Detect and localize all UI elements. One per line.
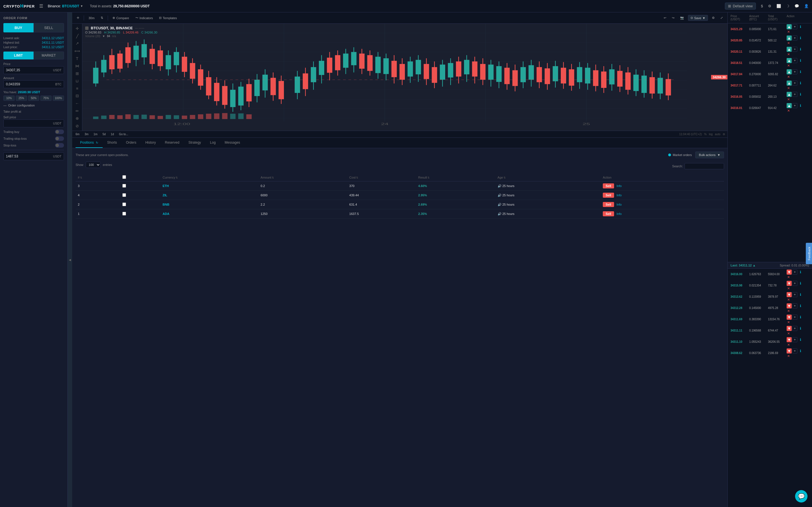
- bid-down-btn[interactable]: ▼: [786, 315, 792, 320]
- search-input[interactable]: [684, 163, 724, 169]
- bid-remove-btn[interactable]: ✕: [786, 332, 791, 335]
- ask-price[interactable]: 34317.71: [730, 84, 749, 87]
- ask-add-btn[interactable]: +: [792, 47, 797, 52]
- magnet-tool[interactable]: ⊔: [74, 78, 81, 84]
- tab-strategy[interactable]: Strategy: [184, 138, 206, 148]
- sell-position-btn[interactable]: Sell: [603, 183, 614, 188]
- zoom-out-tool[interactable]: ⊟: [74, 93, 81, 99]
- zoom-in-tool[interactable]: ⊞: [74, 70, 81, 76]
- row-checkbox[interactable]: [120, 200, 160, 209]
- compare-btn[interactable]: ⊕ Compare: [111, 15, 131, 20]
- brush-tool[interactable]: ✏: [74, 108, 81, 114]
- ask-info-btn[interactable]: ℹ: [798, 24, 803, 29]
- timeframe-1d[interactable]: 1d: [110, 132, 115, 136]
- bid-remove-btn[interactable]: ✕: [786, 354, 791, 358]
- bid-add-btn[interactable]: +: [792, 326, 797, 331]
- ask-remove-btn[interactable]: ✕: [786, 75, 791, 79]
- pct-50-btn[interactable]: 50%: [28, 96, 40, 101]
- timeframe-3m[interactable]: 3m: [84, 132, 90, 136]
- trailing-buy-toggle[interactable]: [55, 129, 64, 134]
- layers-tool[interactable]: ⊘: [74, 123, 81, 129]
- ask-add-btn[interactable]: +: [792, 80, 797, 86]
- pct-10-btn[interactable]: 10%: [3, 96, 15, 101]
- ask-remove-btn[interactable]: ✕: [786, 86, 791, 90]
- bid-price[interactable]: 34315.98: [730, 284, 749, 287]
- tab-shorts[interactable]: Shorts: [103, 138, 121, 148]
- bid-add-btn[interactable]: +: [792, 270, 797, 275]
- amount-input[interactable]: [4, 80, 53, 88]
- dollar-icon[interactable]: $: [761, 4, 763, 8]
- timeframe-5d[interactable]: 5d: [101, 132, 107, 136]
- info-position-btn[interactable]: Info: [615, 202, 623, 207]
- ask-remove-btn[interactable]: ✕: [786, 30, 791, 34]
- ask-price[interactable]: 34320.85: [730, 39, 749, 42]
- bid-price[interactable]: 34316.00: [730, 273, 749, 276]
- chart-settings-btn[interactable]: ⚙: [723, 133, 725, 136]
- pair-dropdown-icon[interactable]: ▼: [80, 4, 83, 8]
- ask-up-btn[interactable]: ▲: [786, 92, 792, 97]
- bulk-actions-btn[interactable]: Bulk actions ▼: [695, 152, 724, 158]
- bid-info-btn[interactable]: ℹ: [798, 315, 803, 320]
- add-tool[interactable]: ⊕: [74, 115, 81, 122]
- bid-remove-btn[interactable]: ✕: [786, 286, 791, 290]
- ask-up-btn[interactable]: ▲: [786, 47, 792, 52]
- indicators-btn[interactable]: 〜 Indicators: [134, 15, 155, 20]
- menu-icon[interactable]: ☰: [39, 3, 43, 9]
- ask-up-btn[interactable]: ▲: [786, 24, 792, 29]
- sell-price-input[interactable]: [4, 120, 51, 127]
- display-icon[interactable]: ⬜: [776, 4, 781, 8]
- bid-down-btn[interactable]: ▼: [786, 337, 792, 342]
- bid-info-btn[interactable]: ℹ: [798, 281, 803, 286]
- ask-info-btn[interactable]: ℹ: [798, 103, 803, 108]
- tick-btn[interactable]: ⇅: [99, 15, 105, 20]
- tab-orders[interactable]: Orders: [121, 138, 141, 148]
- ask-remove-btn[interactable]: ✕: [786, 41, 791, 45]
- bid-add-btn[interactable]: +: [792, 292, 797, 297]
- ask-price[interactable]: 34321.29: [730, 27, 749, 31]
- feedback-btn[interactable]: Feedback: [806, 243, 812, 264]
- goto-btn[interactable]: Go to...: [118, 132, 130, 136]
- last-price-value[interactable]: 34311.12 USDT: [42, 45, 64, 49]
- templates-btn[interactable]: ⊟ Templates: [157, 15, 179, 20]
- ask-add-btn[interactable]: +: [792, 24, 797, 29]
- log-btn[interactable]: log: [709, 133, 712, 136]
- bid-price[interactable]: 34312.28: [730, 306, 749, 309]
- bid-info-btn[interactable]: ℹ: [798, 303, 803, 308]
- settings-btn[interactable]: ⚙: [710, 15, 716, 20]
- ask-add-btn[interactable]: +: [792, 36, 797, 41]
- ask-remove-btn[interactable]: ✕: [786, 64, 791, 68]
- bid-info-btn[interactable]: ℹ: [798, 326, 803, 331]
- timeframe-1m[interactable]: 1m: [93, 132, 99, 136]
- ask-up-btn[interactable]: ▲: [786, 36, 792, 41]
- bid-info-btn[interactable]: ℹ: [798, 337, 803, 342]
- ask-add-btn[interactable]: +: [792, 58, 797, 63]
- buy-button[interactable]: BUY: [3, 23, 34, 33]
- bid-info-btn[interactable]: ℹ: [798, 292, 803, 297]
- bid-price[interactable]: 34311.11: [730, 329, 749, 332]
- ask-up-btn[interactable]: ▲: [786, 103, 792, 108]
- fullscreen-btn[interactable]: ⤢: [719, 15, 725, 20]
- bid-remove-btn[interactable]: ✕: [786, 309, 791, 313]
- redo-btn[interactable]: ↪: [670, 15, 676, 20]
- row-checkbox[interactable]: [120, 209, 160, 219]
- timeframe-btn[interactable]: 30m: [87, 16, 96, 20]
- pct-75-btn[interactable]: 75%: [40, 96, 52, 101]
- save-dropdown-icon[interactable]: ▼: [702, 16, 705, 20]
- bid-add-btn[interactable]: +: [792, 315, 797, 320]
- user-icon[interactable]: 👤: [804, 4, 809, 8]
- limit-button[interactable]: LIMIT: [3, 52, 34, 59]
- ask-price[interactable]: 34316.01: [730, 107, 749, 110]
- row-checkbox[interactable]: [120, 181, 160, 191]
- tab-history[interactable]: History: [141, 138, 160, 148]
- sell-button[interactable]: SELL: [34, 23, 64, 33]
- ask-price[interactable]: 34316.05: [730, 95, 749, 98]
- bid-remove-btn[interactable]: ✕: [786, 298, 791, 302]
- crosshair-tool[interactable]: ✛: [75, 15, 81, 20]
- sell-position-btn[interactable]: Sell: [603, 193, 614, 198]
- order-config-toggle[interactable]: — Order configuration: [3, 104, 64, 107]
- ask-price[interactable]: 34318.51: [730, 61, 749, 64]
- trading-pair[interactable]: BTC/USDT: [62, 4, 79, 8]
- info-position-btn[interactable]: Info: [615, 211, 623, 216]
- percent-btn[interactable]: %: [704, 133, 707, 136]
- ask-up-btn[interactable]: ▲: [786, 58, 792, 63]
